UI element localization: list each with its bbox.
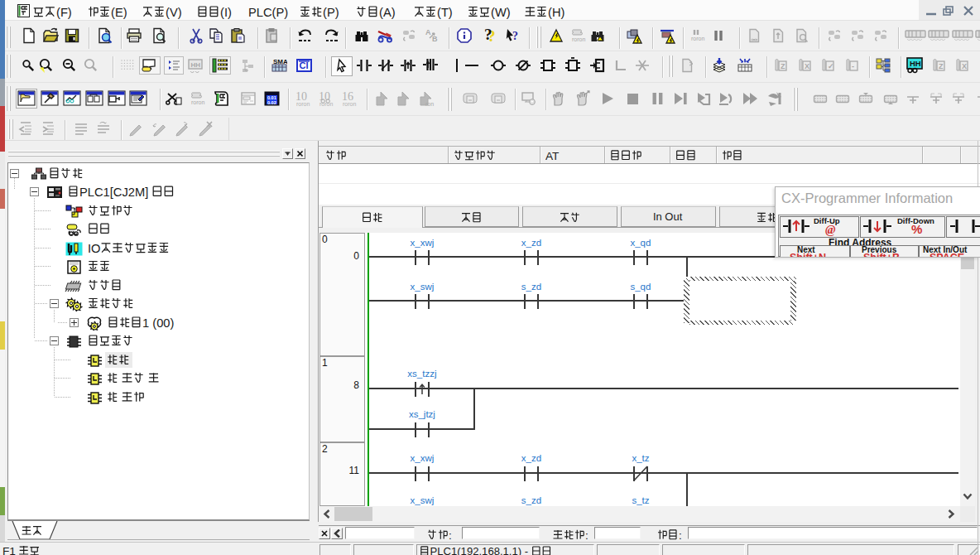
- svg-text:✓: ✓: [828, 62, 834, 70]
- svg-text:0.02: 0.02: [267, 100, 276, 105]
- svg-text:roron: roron: [296, 101, 310, 107]
- svg-text::: :: [585, 529, 588, 542]
- svg-text:?: ?: [484, 27, 492, 43]
- svg-text:(V): (V): [166, 6, 182, 19]
- svg-text:-: -: [852, 62, 854, 70]
- svg-text:?: ?: [512, 30, 518, 42]
- svg-text:(P): (P): [323, 6, 339, 19]
- svg-text:(E): (E): [111, 6, 127, 19]
- svg-text:IO: IO: [88, 242, 101, 255]
- svg-text:PLC1[CJ2M]: PLC1[CJ2M]: [79, 186, 148, 199]
- svg-text:1 (00): 1 (00): [142, 316, 174, 330]
- svg-text::: :: [449, 529, 452, 542]
- svg-text:HH: HH: [191, 61, 201, 69]
- svg-text:roron: roron: [191, 99, 204, 105]
- svg-text::: :: [679, 529, 682, 542]
- svg-text:Z: Z: [939, 62, 944, 70]
- svg-text:A: A: [425, 28, 431, 36]
- svg-text:Z: Z: [781, 62, 785, 70]
- svg-text:(F): (F): [56, 6, 72, 19]
- svg-text:(A): (A): [379, 6, 396, 19]
- svg-text:X: X: [805, 62, 809, 70]
- svg-text:(I): (I): [220, 6, 232, 19]
- svg-text:HH: HH: [910, 59, 921, 68]
- svg-text:(W): (W): [491, 6, 511, 19]
- svg-text:roron: roron: [572, 36, 585, 42]
- svg-text:CI: CI: [300, 60, 309, 70]
- svg-text:roron: roron: [691, 36, 704, 41]
- svg-text:PLC(P): PLC(P): [248, 6, 288, 19]
- svg-text:X: X: [962, 62, 967, 70]
- svg-text:AT: AT: [545, 150, 560, 162]
- svg-text:roron: roron: [343, 101, 356, 107]
- svg-text:(T): (T): [437, 6, 453, 19]
- svg-text:B: B: [432, 35, 438, 43]
- svg-text:PLC1(192.168.1.1) -: PLC1(192.168.1.1) -: [430, 545, 529, 555]
- svg-text:F1: F1: [2, 545, 16, 555]
- svg-text:(H): (H): [548, 6, 564, 19]
- svg-text:ron: ron: [425, 101, 434, 107]
